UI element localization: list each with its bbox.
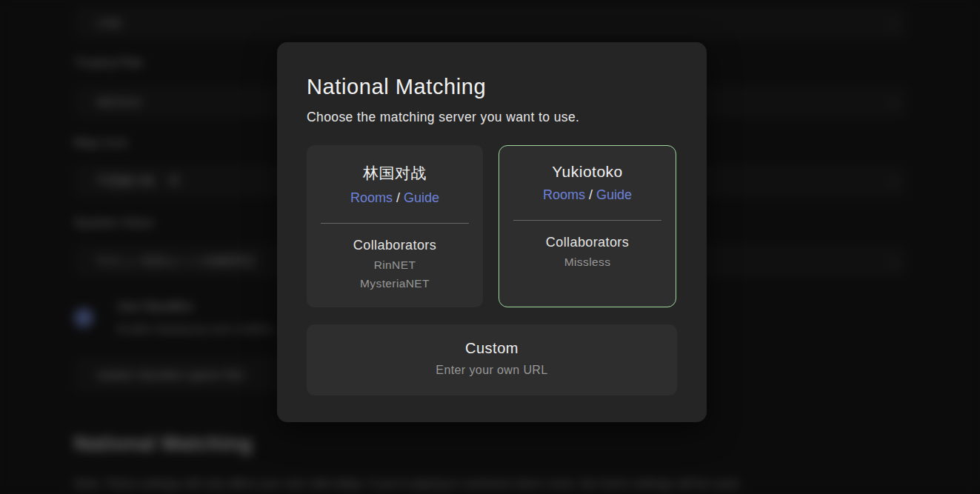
- collaborators-label: Collaborators: [353, 238, 436, 253]
- collaborators-label: Collaborators: [546, 235, 629, 250]
- national-matching-dialog: National Matching Choose the matching se…: [277, 42, 707, 422]
- dialog-subtitle: Choose the matching server you want to u…: [307, 110, 677, 125]
- links-separator: /: [396, 190, 400, 205]
- server-links: Rooms / Guide: [350, 190, 439, 206]
- guide-link[interactable]: Guide: [596, 187, 632, 202]
- divider: [321, 223, 469, 224]
- guide-link[interactable]: Guide: [404, 190, 439, 205]
- server-name: Yukiotoko: [552, 163, 623, 181]
- server-options: 林国对战 Rooms / Guide Collaborators RinNET …: [307, 145, 677, 307]
- custom-server-card[interactable]: Custom Enter your own URL: [307, 324, 677, 395]
- settings-page: LINK › Trophy/Title WE2024 › Map Icon 不思…: [0, 0, 980, 494]
- collaborator-name: Missless: [564, 256, 611, 269]
- custom-title: Custom: [465, 340, 519, 357]
- collaborator-name: RinNET: [374, 258, 416, 272]
- rooms-link[interactable]: Rooms: [350, 190, 393, 205]
- server-name: 林国对战: [363, 163, 427, 184]
- server-links: Rooms / Guide: [543, 187, 632, 203]
- rooms-link[interactable]: Rooms: [543, 187, 585, 202]
- custom-subtitle: Enter your own URL: [436, 364, 547, 377]
- collaborator-name: MysteriaNET: [360, 277, 430, 290]
- divider: [513, 220, 661, 221]
- server-card-yukiotoko-selected[interactable]: Yukiotoko Rooms / Guide Collaborators Mi…: [499, 145, 676, 307]
- links-separator: /: [589, 187, 593, 202]
- dialog-title: National Matching: [307, 75, 677, 99]
- server-card-linguo[interactable]: 林国对战 Rooms / Guide Collaborators RinNET …: [307, 145, 483, 307]
